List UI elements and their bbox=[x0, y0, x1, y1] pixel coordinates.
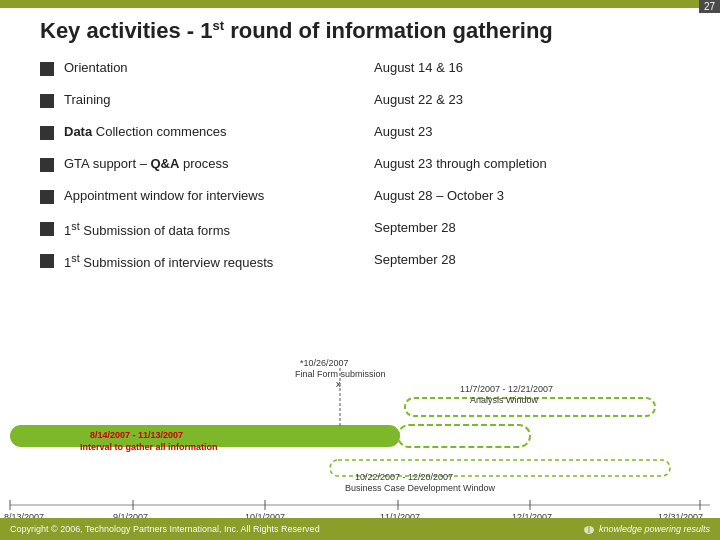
svg-text:Interval to gather all informa: Interval to gather all information bbox=[80, 442, 218, 452]
svg-text:8/14/2007 - 11/13/2007: 8/14/2007 - 11/13/2007 bbox=[90, 430, 183, 440]
activity-label: 1st Submission of interview requests bbox=[64, 252, 344, 270]
brand-text: knowledge powering results bbox=[583, 523, 710, 535]
list-item: Orientation August 14 & 16 bbox=[40, 60, 680, 82]
timeline-chart: *10/26/2007 Final Form submission x 11/7… bbox=[0, 330, 720, 530]
svg-text:11/7/2007 - 12/21/2007: 11/7/2007 - 12/21/2007 bbox=[460, 384, 553, 394]
activity-date: August 22 & 23 bbox=[374, 92, 463, 107]
list-item: GTA support – Q&A process August 23 thro… bbox=[40, 156, 680, 178]
activity-date: August 23 bbox=[374, 124, 433, 139]
bullet-icon bbox=[40, 222, 54, 236]
bullet-icon bbox=[40, 190, 54, 204]
list-item: 1st Submission of interview requests Sep… bbox=[40, 252, 680, 274]
brand-label: knowledge powering results bbox=[599, 524, 710, 534]
activity-label: Data Collection commences bbox=[64, 124, 344, 139]
list-item: Data Collection commences August 23 bbox=[40, 124, 680, 146]
list-item: Training August 22 & 23 bbox=[40, 92, 680, 114]
svg-text:Business Case Development Wind: Business Case Development Window bbox=[345, 483, 496, 493]
brand-icon bbox=[583, 523, 595, 535]
title-part1: Key activities bbox=[40, 18, 181, 43]
content-area: Orientation August 14 & 16 Training Augu… bbox=[40, 60, 680, 284]
bullet-icon bbox=[40, 94, 54, 108]
svg-text:*10/26/2007: *10/26/2007 bbox=[300, 358, 349, 368]
activity-label: GTA support – Q&A process bbox=[64, 156, 344, 171]
svg-text:10/22/2007 - 12/20/2007: 10/22/2007 - 12/20/2007 bbox=[355, 472, 453, 482]
activity-label: Training bbox=[64, 92, 344, 107]
activity-label: 1st Submission of data forms bbox=[64, 220, 344, 238]
copyright-text: Copyright © 2006, Technology Partners In… bbox=[10, 524, 320, 534]
bullet-icon bbox=[40, 158, 54, 172]
svg-text:x: x bbox=[336, 379, 341, 389]
title-part3: round of information gathering bbox=[224, 18, 553, 43]
bullet-icon bbox=[40, 62, 54, 76]
activity-date: September 28 bbox=[374, 252, 456, 267]
bullet-icon bbox=[40, 254, 54, 268]
activity-date: August 28 – October 3 bbox=[374, 188, 504, 203]
footer: Copyright © 2006, Technology Partners In… bbox=[0, 518, 720, 540]
slide-number: 27 bbox=[699, 0, 720, 13]
activity-label: Appointment window for interviews bbox=[64, 188, 344, 203]
list-item: Appointment window for interviews August… bbox=[40, 188, 680, 210]
activity-label: Orientation bbox=[64, 60, 344, 75]
top-bar bbox=[0, 0, 720, 8]
svg-text:Final Form submission: Final Form submission bbox=[295, 369, 386, 379]
page-title: Key activities - 1st round of informatio… bbox=[40, 18, 553, 44]
svg-text:Analysis Window: Analysis Window bbox=[470, 395, 539, 405]
activity-date: September 28 bbox=[374, 220, 456, 235]
title-sup: st bbox=[212, 18, 224, 33]
activity-date: August 14 & 16 bbox=[374, 60, 463, 75]
activity-date: August 23 through completion bbox=[374, 156, 547, 171]
svg-rect-1 bbox=[398, 425, 530, 447]
bullet-icon bbox=[40, 126, 54, 140]
list-item: 1st Submission of data forms September 2… bbox=[40, 220, 680, 242]
title-part2: - 1 bbox=[187, 18, 213, 43]
